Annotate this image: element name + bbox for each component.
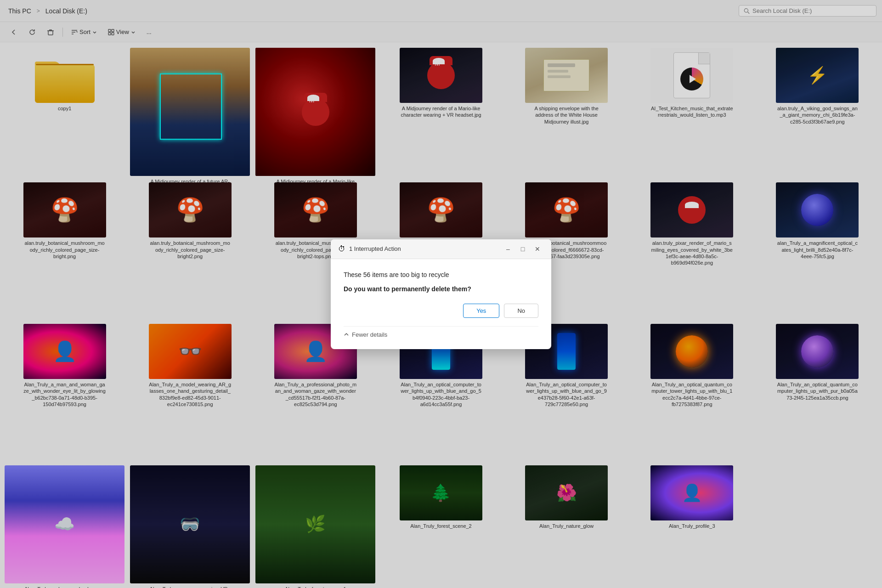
interrupted-action-dialog: ⏱ 1 Interrupted Action – □ ✕ These 56 it… bbox=[331, 239, 551, 349]
dialog-title: 1 Interrupted Action bbox=[349, 245, 498, 252]
dialog-actions: Yes No bbox=[344, 304, 538, 318]
dialog-titlebar: ⏱ 1 Interrupted Action – □ ✕ bbox=[331, 239, 551, 259]
dialog-maximize-button[interactable]: □ bbox=[516, 244, 529, 254]
dialog-close-button[interactable]: ✕ bbox=[531, 244, 544, 254]
dialog-window-buttons: – □ ✕ bbox=[502, 244, 544, 254]
dialog-yes-button[interactable]: Yes bbox=[463, 304, 499, 318]
fewer-details-toggle[interactable]: Fewer details bbox=[344, 326, 538, 340]
dialog-overlay: ⏱ 1 Interrupted Action – □ ✕ These 56 it… bbox=[0, 0, 882, 588]
dialog-message: These 56 items are too big to recycle bbox=[344, 270, 538, 280]
dialog-no-button[interactable]: No bbox=[504, 304, 538, 318]
chevron-up-icon bbox=[344, 332, 349, 337]
dialog-body: These 56 items are too big to recycle Do… bbox=[331, 259, 551, 349]
dialog-title-icon: ⏱ bbox=[338, 245, 345, 253]
fewer-details-label: Fewer details bbox=[352, 331, 387, 338]
dialog-minimize-button[interactable]: – bbox=[502, 244, 514, 254]
dialog-question: Do you want to permanently delete them? bbox=[344, 285, 538, 293]
